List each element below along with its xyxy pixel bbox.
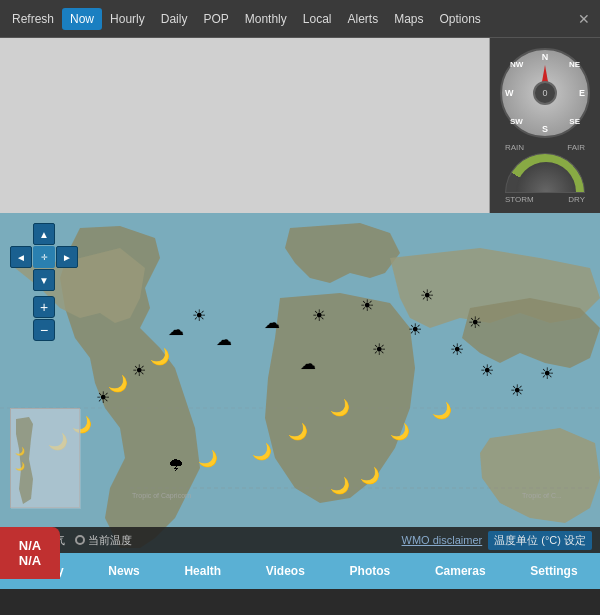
now-button[interactable]: Now xyxy=(62,8,102,30)
alerts-button[interactable]: Alerts xyxy=(339,8,386,30)
temp-unit-setting[interactable]: 温度单位 (°C) 设定 xyxy=(488,531,592,550)
weather-icon-0: ☀ xyxy=(96,390,110,406)
top-section: N S E W NW NE SW SE 0 RAIN FAIR xyxy=(0,38,600,213)
nav-cameras[interactable]: Cameras xyxy=(427,560,494,582)
weather-icon-27: ☀ xyxy=(540,366,554,382)
dial-knob xyxy=(516,162,576,192)
pan-left-button[interactable]: ◄ xyxy=(10,246,32,268)
daily-button[interactable]: Daily xyxy=(153,8,196,30)
zoom-controls: + − xyxy=(33,296,55,341)
weather-icon-25: ☀ xyxy=(420,288,434,304)
monthly-button[interactable]: Monthly xyxy=(237,8,295,30)
compass-NE-label: NE xyxy=(569,60,580,69)
storm-label: STORM xyxy=(505,195,534,204)
compass-SW-label: SW xyxy=(510,117,523,126)
white-area xyxy=(0,38,490,213)
bottom-nav: History News Health Videos Photos Camera… xyxy=(0,553,600,589)
weather-icon-19: 🌙 xyxy=(252,444,272,460)
weather-icon-21: 🌩 xyxy=(168,458,184,474)
compass-area: N S E W NW NE SW SE 0 RAIN FAIR xyxy=(490,38,600,213)
hourly-button[interactable]: Hourly xyxy=(102,8,153,30)
pan-center: ✛ xyxy=(33,246,55,268)
weather-icon-26: ☀ xyxy=(468,315,482,331)
svg-text:🌙: 🌙 xyxy=(15,446,25,456)
zoom-out-button[interactable]: − xyxy=(33,319,55,341)
pan-down-button[interactable]: ▼ xyxy=(33,269,55,291)
nav-photos[interactable]: Photos xyxy=(342,560,399,582)
weather-icon-8: ☁ xyxy=(264,315,280,331)
map-status: 当前天气 当前温度 WMO disclaimer 温度单位 (°C) 设定 xyxy=(0,527,600,553)
nav-settings[interactable]: Settings xyxy=(522,560,585,582)
radio-dot-2 xyxy=(75,535,85,545)
weather-icon-4: ☀ xyxy=(132,363,146,379)
compass-SE-label: SE xyxy=(569,117,580,126)
nav-news[interactable]: News xyxy=(100,560,147,582)
weather-icon-15: 🌙 xyxy=(432,403,452,419)
close-button[interactable]: ✕ xyxy=(572,11,596,27)
weather-icon-5: 🌙 xyxy=(150,349,170,365)
weather-arc xyxy=(505,153,585,193)
compass-rose: N S E W NW NE SW SE 0 xyxy=(500,48,590,138)
compass-S-label: S xyxy=(542,124,548,134)
pop-button[interactable]: POP xyxy=(195,8,236,30)
weather-icon-28: 🌙 xyxy=(330,478,350,494)
compass-E-label: E xyxy=(579,88,585,98)
fair-label: FAIR xyxy=(567,143,585,152)
dry-label: DRY xyxy=(568,195,585,204)
zoom-in-button[interactable]: + xyxy=(33,296,55,318)
compass-circle: N S E W NW NE SW SE 0 xyxy=(500,48,590,138)
pan-up-button[interactable]: ▲ xyxy=(33,223,55,245)
compass-center-value: 0 xyxy=(533,81,557,105)
options-button[interactable]: Options xyxy=(432,8,489,30)
weather-icon-22: ☀ xyxy=(192,308,206,324)
local-button[interactable]: Local xyxy=(295,8,340,30)
wmo-disclaimer-link[interactable]: WMO disclaimer xyxy=(402,534,483,546)
radio-current-temp[interactable]: 当前温度 xyxy=(75,533,132,548)
radio-temp-label: 当前温度 xyxy=(88,533,132,548)
svg-text:🌙: 🌙 xyxy=(15,461,25,471)
badge-line1: N/A xyxy=(19,538,41,553)
compass-W-label: W xyxy=(505,88,514,98)
weather-icon-6: ☁ xyxy=(168,322,184,338)
main-content: N S E W NW NE SW SE 0 RAIN FAIR xyxy=(0,38,600,553)
weather-icon-11: ☀ xyxy=(408,322,422,338)
maps-button[interactable]: Maps xyxy=(386,8,431,30)
compass-NW-label: NW xyxy=(510,60,523,69)
weather-icon-23: ☁ xyxy=(300,356,316,372)
map-controls: ▲ ◄ ✛ ► ▼ + − xyxy=(10,223,78,341)
weather-dial: RAIN FAIR STORM DRY xyxy=(505,143,585,203)
weather-icon-9: ☀ xyxy=(312,308,326,324)
svg-text:Tropic of C...: Tropic of C... xyxy=(522,492,562,500)
weather-icon-1: 🌙 xyxy=(108,376,128,392)
map-section[interactable]: Tropic of Capricorn Tropic of C... ☀🌙🌙🌙☀… xyxy=(0,213,600,553)
mini-map-box: 🌙 🌙 xyxy=(10,408,80,508)
badge-line2: N/A xyxy=(19,553,41,568)
weather-icon-7: ☁ xyxy=(216,332,232,348)
dial-labels: STORM DRY xyxy=(505,193,585,206)
weather-icon-14: ☀ xyxy=(510,383,524,399)
weather-icon-13: ☀ xyxy=(480,363,494,379)
nav-health[interactable]: Health xyxy=(176,560,229,582)
svg-text:Tropic of Capricorn: Tropic of Capricorn xyxy=(132,492,191,500)
nav-videos[interactable]: Videos xyxy=(258,560,313,582)
pan-cross: ▲ ◄ ✛ ► ▼ xyxy=(10,223,78,291)
weather-icon-24: ☀ xyxy=(372,342,386,358)
refresh-button[interactable]: Refresh xyxy=(4,8,62,30)
weather-icon-10: ☀ xyxy=(360,298,374,314)
weather-icon-17: 🌙 xyxy=(330,400,350,416)
weather-icon-20: 🌙 xyxy=(198,451,218,467)
rain-label: RAIN xyxy=(505,143,524,152)
weather-icon-18: 🌙 xyxy=(288,424,308,440)
compass-N-label: N xyxy=(542,52,549,62)
weather-icon-16: 🌙 xyxy=(390,424,410,440)
weather-icon-29: 🌙 xyxy=(360,468,380,484)
weather-icon-12: ☀ xyxy=(450,342,464,358)
bottom-badge: N/A N/A xyxy=(0,527,60,579)
toolbar: Refresh Now Hourly Daily POP Monthly Loc… xyxy=(0,0,600,38)
pan-right-button[interactable]: ► xyxy=(56,246,78,268)
